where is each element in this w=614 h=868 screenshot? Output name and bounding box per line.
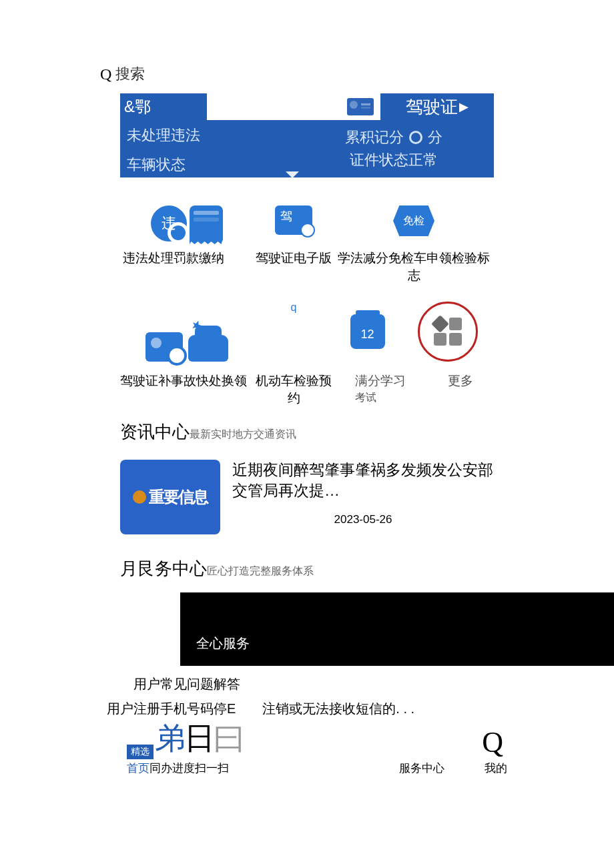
faq-left[interactable]: 用户注册手机号码停E: [107, 700, 236, 718]
nav-glyph-1[interactable]: 弟: [155, 718, 186, 759]
violation-icon[interactable]: 违: [151, 205, 187, 242]
search-placeholder: 搜索: [115, 64, 145, 84]
exempt-icon[interactable]: 免检: [393, 205, 434, 236]
search-bar[interactable]: Q 搜索: [0, 64, 614, 93]
id-card-icon-wrap: [207, 93, 380, 120]
license-e-icon[interactable]: 驾: [275, 205, 312, 235]
news-section-header: 资讯中心最新实时地方交通资讯: [0, 407, 614, 444]
payment-icon[interactable]: [190, 205, 223, 242]
news-thumb: 重要信息: [120, 460, 220, 534]
service-banner-text: 全心服务: [196, 634, 250, 653]
nav-home[interactable]: 首页: [127, 761, 149, 776]
nav-progress[interactable]: 同办进度: [149, 761, 195, 776]
news-headline: 近期夜间醉驾肇事肇祸多发频发公安部交管局再次提…: [232, 460, 494, 501]
vehicle-status-label: 车辆状态: [127, 155, 294, 175]
search-icon: Q: [100, 65, 111, 83]
service-sub: 匠心打造完整服务体系: [207, 565, 314, 576]
nav-service[interactable]: 服务中心: [399, 761, 444, 776]
chevron-down-icon: [286, 171, 299, 178]
service-title: 月艮务中心: [120, 558, 207, 578]
grid-label-5: 机动车检验预约: [254, 372, 334, 407]
service-banner[interactable]: 全心服务: [180, 592, 614, 666]
faq-title: 用户常见问题解答: [0, 666, 614, 693]
plate-label[interactable]: &鄂: [120, 93, 207, 120]
grid-label-3: 学法减分免检车申领检验标志: [334, 250, 494, 284]
news-title: 资讯中心: [120, 422, 190, 442]
license-button[interactable]: 驾驶证▶: [380, 93, 494, 120]
news-date: 2023-05-26: [232, 501, 494, 526]
score-row: 累积记分 分: [294, 127, 494, 147]
status-card[interactable]: 未处理违法 车辆状态 累积记分 分 证件状态正常: [120, 120, 494, 177]
q-icon[interactable]: q: [254, 302, 334, 362]
accident-icon[interactable]: [188, 335, 228, 362]
nav-glyph-2[interactable]: 日: [184, 718, 215, 759]
grid-label-6: 满分学习 考试: [355, 372, 406, 407]
license-label: 驾驶证: [406, 95, 458, 119]
more-icon: [434, 318, 462, 346]
nav-glyph-3[interactable]: 曰: [214, 718, 244, 759]
grid-label-more: 更多: [448, 372, 473, 407]
replace-license-icon[interactable]: [145, 332, 183, 362]
featured-tag: 精选: [127, 745, 154, 759]
faq-right[interactable]: 注销或无法接收短信的. . .: [262, 700, 414, 718]
zero-icon: [409, 131, 422, 144]
grid-label-2: 驾驶证电子版: [254, 250, 334, 284]
nav-mine[interactable]: 我的: [485, 761, 507, 776]
news-sub: 最新实时地方交通资讯: [190, 428, 296, 440]
nav-search-icon[interactable]: Q: [482, 725, 507, 759]
calendar-icon[interactable]: 12: [350, 314, 385, 349]
id-card-icon: [347, 98, 374, 115]
cert-status: 证件状态正常: [294, 150, 494, 170]
play-icon: ▶: [459, 99, 469, 114]
service-section-header: 月艮务中心匠心打造完整服务体系: [0, 534, 614, 580]
grid-label-4: 驾驶证补事故快处换领: [120, 372, 254, 407]
news-item[interactable]: 重要信息 近期夜间醉驾肇事肇祸多发频发公安部交管局再次提… 2023-05-26: [0, 444, 614, 534]
more-circle[interactable]: [418, 302, 478, 362]
nav-scan[interactable]: 扫一扫: [195, 761, 229, 776]
grid-label-1: 违法处理罚款缴纳: [120, 250, 254, 284]
pending-violations-label: 未处理违法: [127, 125, 294, 155]
